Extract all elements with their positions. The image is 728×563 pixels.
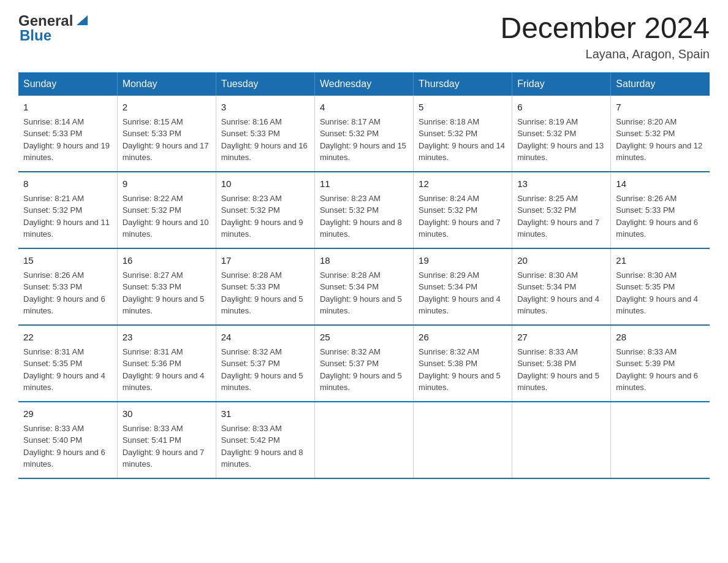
cell-info: Sunrise: 8:25 AMSunset: 5:32 PMDaylight:… xyxy=(517,194,599,239)
calendar-cell: 12 Sunrise: 8:24 AMSunset: 5:32 PMDaylig… xyxy=(414,172,512,248)
cell-info: Sunrise: 8:28 AMSunset: 5:34 PMDaylight:… xyxy=(320,270,402,316)
day-number: 11 xyxy=(320,177,408,191)
day-number: 10 xyxy=(221,177,309,191)
calendar-cell: 9 Sunrise: 8:22 AMSunset: 5:32 PMDayligh… xyxy=(117,172,216,248)
calendar-cell: 25 Sunrise: 8:32 AMSunset: 5:37 PMDaylig… xyxy=(314,325,413,402)
cell-info: Sunrise: 8:27 AMSunset: 5:33 PMDaylight:… xyxy=(123,270,205,316)
cell-info: Sunrise: 8:17 AMSunset: 5:32 PMDaylight:… xyxy=(320,117,406,163)
location-text: Layana, Aragon, Spain xyxy=(500,47,710,61)
cell-info: Sunrise: 8:31 AMSunset: 5:36 PMDaylight:… xyxy=(123,347,205,393)
day-number: 31 xyxy=(221,407,309,421)
cell-info: Sunrise: 8:30 AMSunset: 5:34 PMDaylight:… xyxy=(517,270,599,316)
calendar-cell: 10 Sunrise: 8:23 AMSunset: 5:32 PMDaylig… xyxy=(216,172,314,248)
cell-info: Sunrise: 8:16 AMSunset: 5:33 PMDaylight:… xyxy=(221,117,308,163)
weekday-header-wednesday: Wednesday xyxy=(314,72,413,96)
calendar-cell: 3 Sunrise: 8:16 AMSunset: 5:33 PMDayligh… xyxy=(216,96,314,172)
day-number: 12 xyxy=(419,177,507,191)
calendar-cell: 28 Sunrise: 8:33 AMSunset: 5:39 PMDaylig… xyxy=(611,325,710,402)
day-number: 22 xyxy=(23,331,112,344)
weekday-header-saturday: Saturday xyxy=(611,72,710,96)
calendar-cell xyxy=(314,402,413,478)
month-title: December 2024 xyxy=(500,12,710,45)
cell-info: Sunrise: 8:32 AMSunset: 5:38 PMDaylight:… xyxy=(419,347,501,393)
calendar-cell xyxy=(512,402,611,478)
cell-info: Sunrise: 8:23 AMSunset: 5:32 PMDaylight:… xyxy=(320,194,402,239)
cell-info: Sunrise: 8:33 AMSunset: 5:38 PMDaylight:… xyxy=(517,347,599,393)
cell-info: Sunrise: 8:14 AMSunset: 5:33 PMDaylight:… xyxy=(23,117,110,163)
calendar-cell: 22 Sunrise: 8:31 AMSunset: 5:35 PMDaylig… xyxy=(18,325,117,402)
calendar-cell: 13 Sunrise: 8:25 AMSunset: 5:32 PMDaylig… xyxy=(512,172,611,248)
day-number: 9 xyxy=(123,177,211,191)
cell-info: Sunrise: 8:19 AMSunset: 5:32 PMDaylight:… xyxy=(517,117,604,163)
calendar-cell: 4 Sunrise: 8:17 AMSunset: 5:32 PMDayligh… xyxy=(314,96,413,172)
page-header: General Blue December 2024 Layana, Arago… xyxy=(18,12,710,61)
calendar-table: SundayMondayTuesdayWednesdayThursdayFrid… xyxy=(18,72,710,479)
day-number: 6 xyxy=(517,101,605,114)
weekday-header-sunday: Sunday xyxy=(18,72,117,96)
day-number: 19 xyxy=(419,254,507,267)
calendar-cell: 21 Sunrise: 8:30 AMSunset: 5:35 PMDaylig… xyxy=(611,248,710,325)
calendar-cell: 1 Sunrise: 8:14 AMSunset: 5:33 PMDayligh… xyxy=(18,96,117,172)
weekday-header-tuesday: Tuesday xyxy=(216,72,314,96)
day-number: 23 xyxy=(123,331,211,344)
cell-info: Sunrise: 8:21 AMSunset: 5:32 PMDaylight:… xyxy=(23,194,110,239)
day-number: 21 xyxy=(616,254,705,267)
day-number: 26 xyxy=(419,331,507,344)
calendar-cell: 27 Sunrise: 8:33 AMSunset: 5:38 PMDaylig… xyxy=(512,325,611,402)
calendar-cell: 15 Sunrise: 8:26 AMSunset: 5:33 PMDaylig… xyxy=(18,248,117,325)
weekday-header-thursday: Thursday xyxy=(414,72,512,96)
cell-info: Sunrise: 8:30 AMSunset: 5:35 PMDaylight:… xyxy=(616,270,698,316)
cell-info: Sunrise: 8:24 AMSunset: 5:32 PMDaylight:… xyxy=(419,194,501,239)
cell-info: Sunrise: 8:23 AMSunset: 5:32 PMDaylight:… xyxy=(221,194,303,239)
cell-info: Sunrise: 8:20 AMSunset: 5:32 PMDaylight:… xyxy=(616,117,702,163)
day-number: 7 xyxy=(616,101,705,114)
calendar-cell: 31 Sunrise: 8:33 AMSunset: 5:42 PMDaylig… xyxy=(216,402,314,478)
calendar-cell: 29 Sunrise: 8:33 AMSunset: 5:40 PMDaylig… xyxy=(18,402,117,478)
calendar-cell xyxy=(611,402,710,478)
cell-info: Sunrise: 8:28 AMSunset: 5:33 PMDaylight:… xyxy=(221,270,303,316)
weekday-header-monday: Monday xyxy=(117,72,216,96)
day-number: 5 xyxy=(419,101,507,114)
calendar-cell: 7 Sunrise: 8:20 AMSunset: 5:32 PMDayligh… xyxy=(611,96,710,172)
day-number: 20 xyxy=(517,254,605,267)
day-number: 13 xyxy=(517,177,605,191)
day-number: 16 xyxy=(123,254,211,267)
cell-info: Sunrise: 8:26 AMSunset: 5:33 PMDaylight:… xyxy=(23,270,105,316)
day-number: 3 xyxy=(221,101,309,114)
cell-info: Sunrise: 8:32 AMSunset: 5:37 PMDaylight:… xyxy=(221,347,303,393)
title-section: December 2024 Layana, Aragon, Spain xyxy=(500,12,710,61)
calendar-cell: 11 Sunrise: 8:23 AMSunset: 5:32 PMDaylig… xyxy=(314,172,413,248)
day-number: 29 xyxy=(23,407,112,421)
day-number: 25 xyxy=(320,331,408,344)
day-number: 18 xyxy=(320,254,408,267)
cell-info: Sunrise: 8:31 AMSunset: 5:35 PMDaylight:… xyxy=(23,347,105,393)
week-row-4: 22 Sunrise: 8:31 AMSunset: 5:35 PMDaylig… xyxy=(18,325,710,402)
cell-info: Sunrise: 8:15 AMSunset: 5:33 PMDaylight:… xyxy=(123,117,209,163)
cell-info: Sunrise: 8:33 AMSunset: 5:41 PMDaylight:… xyxy=(123,424,205,469)
day-number: 15 xyxy=(23,254,112,267)
logo-triangle-icon xyxy=(74,12,90,28)
calendar-cell: 17 Sunrise: 8:28 AMSunset: 5:33 PMDaylig… xyxy=(216,248,314,325)
day-number: 2 xyxy=(123,101,211,114)
cell-info: Sunrise: 8:33 AMSunset: 5:42 PMDaylight:… xyxy=(221,424,303,469)
cell-info: Sunrise: 8:26 AMSunset: 5:33 PMDaylight:… xyxy=(616,194,698,239)
cell-info: Sunrise: 8:29 AMSunset: 5:34 PMDaylight:… xyxy=(419,270,501,316)
calendar-cell: 8 Sunrise: 8:21 AMSunset: 5:32 PMDayligh… xyxy=(18,172,117,248)
cell-info: Sunrise: 8:33 AMSunset: 5:40 PMDaylight:… xyxy=(23,424,105,469)
logo-blue-text: Blue xyxy=(20,27,51,44)
day-number: 8 xyxy=(23,177,112,191)
day-number: 24 xyxy=(221,331,309,344)
week-row-3: 15 Sunrise: 8:26 AMSunset: 5:33 PMDaylig… xyxy=(18,248,710,325)
day-number: 27 xyxy=(517,331,605,344)
calendar-cell: 24 Sunrise: 8:32 AMSunset: 5:37 PMDaylig… xyxy=(216,325,314,402)
calendar-cell: 5 Sunrise: 8:18 AMSunset: 5:32 PMDayligh… xyxy=(414,96,512,172)
day-number: 4 xyxy=(320,101,408,114)
weekday-header-friday: Friday xyxy=(512,72,611,96)
calendar-cell: 20 Sunrise: 8:30 AMSunset: 5:34 PMDaylig… xyxy=(512,248,611,325)
svg-marker-0 xyxy=(77,15,88,25)
calendar-cell: 18 Sunrise: 8:28 AMSunset: 5:34 PMDaylig… xyxy=(314,248,413,325)
logo: General Blue xyxy=(18,12,90,44)
weekday-header-row: SundayMondayTuesdayWednesdayThursdayFrid… xyxy=(18,72,710,96)
day-number: 30 xyxy=(123,407,211,421)
calendar-cell: 19 Sunrise: 8:29 AMSunset: 5:34 PMDaylig… xyxy=(414,248,512,325)
